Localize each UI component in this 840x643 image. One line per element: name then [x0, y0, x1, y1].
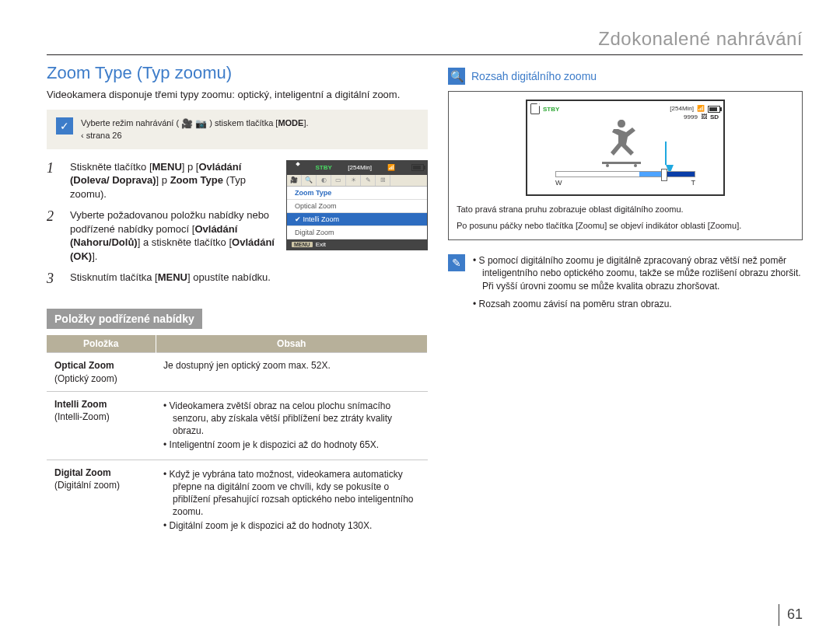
- callout-arrow: [665, 142, 667, 165]
- option-name: Intelli Zoom(Intelli-Zoom): [47, 391, 156, 460]
- step-number: 1: [47, 160, 61, 176]
- submenu-banner: Položky podřízené nabídky: [47, 309, 202, 329]
- step-body: Stisknutím tlačítka [MENU] opustíte nabí…: [70, 271, 275, 285]
- zoom-wide-label: W: [555, 179, 562, 187]
- option-desc: Když je vybrána tato možnost, videokamer…: [156, 460, 428, 540]
- option-name: Digital Zoom(Digitální zoom): [47, 460, 156, 540]
- menu-chip: MENU: [292, 242, 313, 247]
- tab-icon: ✎: [361, 175, 376, 186]
- left-column: Zoom Type (Typ zoomu) Videokamera dispon…: [47, 63, 428, 540]
- osd-footer: MENU Exit: [287, 239, 427, 250]
- step-body: Vyberte požadovanou položku nabídky nebo…: [70, 208, 275, 263]
- step-body: Stiskněte tlačítko [MENU] p [Ovládání (D…: [70, 160, 275, 201]
- exit-label: Exit: [316, 241, 326, 248]
- zoom-tele-label: T: [691, 179, 696, 187]
- table-row: Intelli Zoom(Intelli-Zoom)Videokamera zv…: [47, 391, 428, 460]
- digital-zoom-caption-2: Po posunu páčky nebo tlačítka [Zoomu] se…: [457, 220, 794, 232]
- stby-label: STBY: [543, 106, 559, 113]
- osd-menu-item: Digital Zoom: [287, 226, 427, 239]
- osd-menu-item: Optical Zoom: [287, 200, 427, 213]
- table-row: Optical Zoom(Optický zoom)Je dostupný je…: [47, 353, 428, 391]
- svg-point-1: [606, 164, 609, 167]
- table-row: Digital Zoom(Digitální zoom)Když je vybr…: [47, 460, 428, 540]
- osd-menu-heading: Zoom Type: [287, 187, 427, 200]
- precondition-note: ✓ Vyberte režim nahrávání ( 🎥 📷 ) stiske…: [47, 110, 428, 149]
- step-1: 1 Stiskněte tlačítko [MENU] p [Ovládání …: [47, 160, 275, 201]
- options-tbody: Optical Zoom(Optický zoom)Je dostupný je…: [47, 353, 428, 540]
- sd-icon: [290, 162, 299, 173]
- svg-rect-0: [602, 162, 641, 164]
- tip-line: S pomocí digitálního zoomu je digitálně …: [473, 254, 803, 293]
- tips-box: ✎ S pomocí digitálního zoomu je digitáln…: [448, 254, 803, 316]
- signal-icon: 📶: [387, 164, 395, 171]
- zoom-handle: [661, 169, 667, 181]
- tab-icon: 🔍: [302, 175, 317, 186]
- mode-label: MODE: [278, 118, 303, 128]
- right-column: 🔍 Rozsah digitálního zoomu STBY [254Min]…: [448, 63, 803, 540]
- tab-icon: ⊞: [376, 175, 390, 186]
- zoom-track: [555, 171, 695, 177]
- digital-zoom-caption-1: Tato pravá strana pruhu zobrazuje oblast…: [457, 204, 794, 215]
- magnifier-icon: 🔍: [448, 68, 465, 85]
- shots-remaining: 9999 🖼 SD: [684, 114, 719, 121]
- time-remaining: [254Min]: [348, 164, 372, 171]
- th-desc: Obsah: [156, 335, 428, 353]
- battery-icon: [411, 164, 424, 171]
- stby-label: STBY: [315, 164, 331, 171]
- two-column-layout: Zoom Type (Typ zoomu) Videokamera dispon…: [47, 63, 803, 540]
- manual-page: Zdokonalené nahrávání Zoom Type (Typ zoo…: [0, 0, 840, 643]
- tips-lines: S pomocí digitálního zoomu je digitálně …: [473, 254, 803, 316]
- digital-zoom-range-label: Rozsah digitálního zoomu: [471, 70, 597, 82]
- step-number: 3: [47, 271, 61, 287]
- osd-top-bar: STBY [254Min] 📶: [287, 161, 427, 175]
- lcd-top-bar: STBY [254Min] 📶: [530, 103, 720, 114]
- tab-icon: 🎥: [287, 175, 302, 186]
- zoom-bar: W T: [555, 171, 695, 187]
- lcd-preview: STBY [254Min] 📶 9999 🖼 SD: [526, 100, 725, 196]
- digital-zoom-box: STBY [254Min] 📶 9999 🖼 SD: [448, 91, 803, 240]
- section-heading: Zoom Type (Typ zoomu): [47, 63, 428, 83]
- option-desc: Videokamera zvětší obraz na celou plochu…: [156, 391, 428, 460]
- page-number: 61: [779, 604, 803, 626]
- osd-menu-mock: STBY [254Min] 📶 🎥 🔍 ◐ ▭ ☀ ✎ ⊞ Zoo: [286, 160, 428, 250]
- option-desc: Je dostupný jen optický zoom max. 52X.: [156, 353, 428, 391]
- tab-icon: ◐: [317, 175, 331, 186]
- camera-icon: 📷: [195, 118, 207, 129]
- options-table: Položka Obsah Optical Zoom(Optický zoom)…: [47, 335, 428, 540]
- step-2: 2 Vyberte požadovanou položku nabídky ne…: [47, 208, 275, 263]
- step-number: 2: [47, 208, 61, 225]
- steps-list: 1 Stiskněte tlačítko [MENU] p [Ovládání …: [47, 160, 275, 295]
- note-icon: ✎: [448, 254, 465, 271]
- step-3: 3 Stisknutím tlačítka [MENU] opustíte na…: [47, 271, 275, 287]
- note-fragment: ) stiskem tlačítka [: [209, 118, 278, 128]
- divider: [47, 54, 803, 55]
- skateboarder-silhouette: [598, 117, 653, 167]
- note-fragment: Vyberte režim nahrávání (: [81, 118, 179, 128]
- photo-size-icon: 🖼: [701, 114, 707, 121]
- intro-text: Videokamera disponuje třemi typy zoomu: …: [47, 88, 428, 102]
- signal-icon: 📶: [697, 105, 705, 112]
- digital-zoom-range-heading: 🔍 Rozsah digitálního zoomu: [448, 68, 803, 85]
- shots-value: 9999: [684, 114, 698, 121]
- th-item: Položka: [47, 335, 156, 353]
- option-name: Optical Zoom(Optický zoom): [47, 353, 156, 391]
- check-icon: ✓: [56, 117, 73, 135]
- note-fragment: ].: [303, 118, 308, 128]
- tab-icon: ▭: [331, 175, 346, 186]
- sd-icon: [530, 103, 540, 114]
- time-remaining: [254Min]: [670, 105, 694, 112]
- osd-selected-label: Intelli Zoom: [303, 215, 340, 223]
- videocam-icon: 🎥: [181, 118, 193, 129]
- chapter-title: Zdokonalené nahrávání: [47, 28, 803, 50]
- tip-line: Rozsah zoomu závisí na poměru stran obra…: [473, 298, 803, 311]
- svg-point-2: [634, 164, 637, 167]
- battery-icon: [708, 105, 720, 112]
- note-text: Vyberte režim nahrávání ( 🎥 📷 ) stiskem …: [81, 117, 309, 142]
- osd-tab-row: 🎥 🔍 ◐ ▭ ☀ ✎ ⊞: [287, 175, 427, 187]
- tab-icon: ☀: [346, 175, 361, 186]
- page-reference: ‹ strana 26: [81, 130, 309, 142]
- sd-label: SD: [710, 114, 719, 121]
- osd-menu-item-selected: ✔ Intelli Zoom: [287, 213, 427, 226]
